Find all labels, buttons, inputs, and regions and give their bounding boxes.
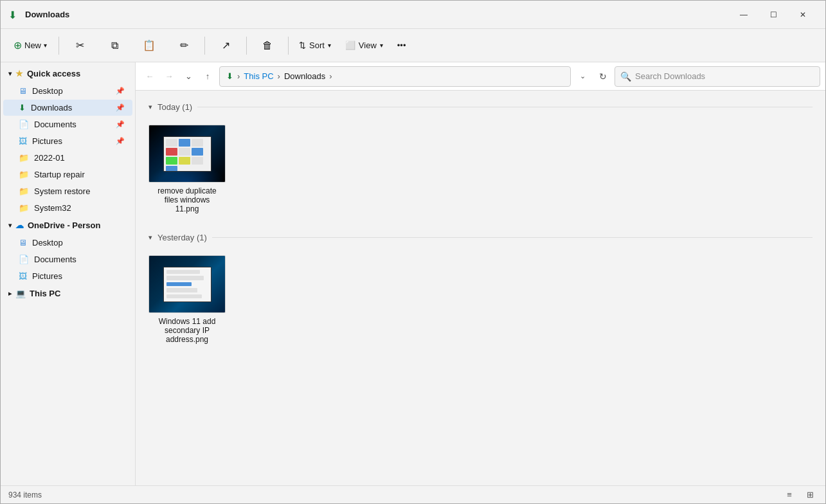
nav-item-desktop[interactable]: 🖥 Desktop 📌: [3, 83, 132, 99]
thispc-icon: 💻: [15, 289, 26, 298]
sort-button[interactable]: ⇅ Sort ▾: [292, 35, 337, 56]
close-button[interactable]: ✕: [788, 4, 818, 25]
documents-icon: 📄: [19, 120, 29, 129]
new-dropdown-icon: ▾: [44, 42, 47, 49]
thumb-inner-2: [163, 267, 211, 302]
nav-arrows: ← → ⌄ ↑: [141, 68, 217, 86]
nav-item-documents[interactable]: 📄 Documents 📌: [3, 116, 132, 132]
nav-pane: ▾ ★ Quick access 🖥 Desktop 📌 ⬇ Downloads…: [1, 62, 136, 485]
nav-item-pictures[interactable]: 🖼 Pictures 📌: [3, 133, 132, 149]
view-icon: ⬜: [345, 40, 355, 50]
cut-icon: ✂: [76, 39, 84, 51]
refresh-button[interactable]: ↻: [594, 68, 612, 86]
maximize-button[interactable]: ☐: [759, 4, 788, 25]
path-sep-1: ›: [237, 71, 240, 81]
delete-button[interactable]: 🗑: [251, 32, 284, 59]
forward-button[interactable]: →: [160, 68, 178, 86]
group-header-today[interactable]: ▾ Today (1): [148, 98, 813, 114]
desktop-icon: 🖥: [19, 238, 27, 248]
path-dropdown-button[interactable]: ⌄: [573, 68, 591, 86]
pin-icon: 📌: [116, 137, 125, 145]
view-button[interactable]: ⬜ View ▾: [339, 35, 390, 56]
paste-icon: 📋: [143, 39, 156, 51]
paste-button[interactable]: 📋: [132, 32, 166, 59]
nav-item-startup-repair[interactable]: 📁 Startup repair: [3, 166, 132, 183]
share-icon: ↗: [222, 39, 230, 51]
thispc-label: This PC: [30, 289, 60, 298]
file-item-1[interactable]: Windows 11 add secondary IP address.png: [148, 250, 226, 349]
toolbar: ⊕ New ▾ ✂ ⧉ 📋 ✏ ↗ 🗑 ⇅ Sort ▾ ⬜ View ▾ ••…: [1, 29, 825, 62]
more-icon: •••: [397, 40, 406, 50]
mini-block: [166, 157, 177, 165]
new-button[interactable]: ⊕ New ▾: [6, 32, 55, 59]
group-label-today: Today (1): [157, 102, 192, 112]
nav-item-downloads[interactable]: ⬇ Downloads 📌: [3, 100, 132, 116]
path-sep-2: ›: [278, 71, 280, 81]
onedrive-documents[interactable]: 📄 Documents: [3, 251, 132, 267]
view-label: View: [359, 40, 377, 50]
path-icon: ⬇: [226, 71, 233, 81]
nav-item-label: Documents: [34, 255, 76, 264]
separator-4: [288, 37, 289, 55]
pictures-icon: 🖼: [19, 271, 27, 281]
nav-item-system-restore[interactable]: 📁 System restore: [3, 183, 132, 199]
file-thumbnail-1: [148, 255, 226, 313]
item-count: 934 items: [8, 491, 42, 500]
onedrive-pictures[interactable]: 🖼 Pictures: [3, 268, 132, 284]
onedrive-desktop[interactable]: 🖥 Desktop: [3, 235, 132, 251]
downloads-icon: ⬇: [19, 103, 26, 113]
quick-access-section[interactable]: ▾ ★ Quick access: [1, 65, 135, 82]
mini-block: [166, 148, 177, 156]
pin-icon: 📌: [116, 104, 125, 112]
quick-access-icon: ★: [15, 69, 23, 78]
mini-block: [192, 139, 203, 147]
nav-item-label: Startup repair: [34, 170, 85, 179]
path-this-pc[interactable]: This PC: [244, 71, 273, 81]
address-path[interactable]: ⬇ › This PC › Downloads ›: [219, 66, 571, 87]
pictures-icon: 🖼: [19, 136, 27, 146]
up-button[interactable]: ↑: [199, 68, 217, 86]
list-view-button[interactable]: ≡: [782, 488, 797, 502]
quick-access-label: Quick access: [27, 69, 80, 78]
thispc-section[interactable]: ▸ 💻 This PC: [1, 285, 135, 302]
nav-item-2022-01[interactable]: 📁 2022-01: [3, 150, 132, 166]
more-button[interactable]: •••: [391, 35, 413, 56]
onedrive-icon: ☁: [15, 221, 24, 230]
back-button[interactable]: ←: [141, 68, 159, 86]
file-view: ▾ Today (1): [136, 91, 825, 485]
view-dropdown-icon: ▾: [380, 42, 383, 49]
rename-button[interactable]: ✏: [167, 32, 201, 59]
sort-icon: ⇅: [299, 40, 306, 50]
onedrive-section[interactable]: ▾ ☁ OneDrive - Person: [1, 217, 135, 234]
thumb-inner: [163, 136, 211, 172]
recent-button[interactable]: ⌄: [179, 68, 197, 86]
grid-view-button[interactable]: ⊞: [802, 488, 818, 502]
minimize-button[interactable]: —: [729, 4, 759, 25]
address-bar: ← → ⌄ ↑ ⬇ › This PC › Downloads › ⌄ ↻ 🔍 …: [136, 62, 825, 91]
file-thumbnail-0: [148, 125, 226, 183]
group-header-yesterday[interactable]: ▾ Yesterday (1): [148, 229, 813, 245]
onedrive-label: OneDrive - Person: [28, 221, 100, 230]
search-box[interactable]: 🔍 Search Downloads: [615, 66, 820, 87]
copy-button[interactable]: ⧉: [98, 32, 131, 59]
share-button[interactable]: ↗: [209, 32, 242, 59]
group-chevron-today: ▾: [148, 103, 152, 111]
mini-block: [179, 157, 190, 165]
separator-2: [204, 37, 205, 55]
file-name-1: Windows 11 add secondary IP address.png: [154, 317, 220, 344]
file-item-0[interactable]: remove duplicate files windows 11.png: [148, 120, 226, 219]
folder-icon: 📁: [19, 203, 29, 213]
nav-item-label: System restore: [34, 186, 90, 196]
nav-item-system32[interactable]: 📁 System32: [3, 200, 132, 216]
separator-3: [246, 37, 247, 55]
cut-button[interactable]: ✂: [63, 32, 96, 59]
search-icon: 🔍: [620, 71, 631, 82]
new-icon: ⊕: [13, 39, 22, 51]
window-title: Downloads: [25, 10, 729, 19]
folder-icon: 📁: [19, 170, 29, 179]
documents-icon: 📄: [19, 255, 29, 264]
mini-block: [192, 148, 203, 156]
nav-item-label: Desktop: [32, 238, 63, 248]
delete-icon: 🗑: [262, 40, 273, 51]
search-placeholder: Search Downloads: [635, 71, 705, 81]
